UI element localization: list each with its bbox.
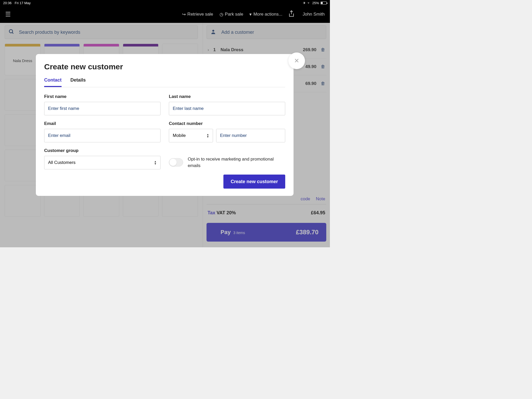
battery-icon (321, 2, 327, 4)
share-icon[interactable] (289, 10, 294, 18)
tab-details[interactable]: Details (70, 77, 86, 87)
stepper-icon: ▲▼ (207, 133, 209, 138)
first-name-input[interactable] (44, 102, 161, 115)
top-toolbar: ☰ ↪ Retrieve sale ◷ Park sale ▾ More act… (0, 6, 330, 23)
create-customer-button[interactable]: Create new customer (223, 175, 285, 189)
status-time: 20:36 (3, 1, 12, 5)
park-sale-label: Park sale (225, 12, 243, 17)
close-button[interactable]: ✕ (288, 52, 305, 69)
retrieve-sale-button[interactable]: ↪ Retrieve sale (182, 12, 213, 17)
status-date: Fri 17 May (15, 1, 31, 5)
last-name-label: Last name (169, 94, 285, 99)
contact-type-select[interactable]: Mobile ▲▼ (169, 129, 213, 142)
contact-type-value: Mobile (173, 133, 186, 138)
first-name-label: First name (44, 94, 161, 99)
more-actions-button[interactable]: ▾ More actions... (249, 12, 282, 17)
more-actions-label: More actions... (253, 12, 282, 17)
clock-icon: ◷ (220, 12, 223, 17)
wifi-icon: ᯤ (307, 1, 311, 5)
marketing-optin-toggle[interactable] (169, 158, 183, 167)
park-sale-button[interactable]: ◷ Park sale (220, 12, 243, 17)
user-name[interactable]: John Smith (303, 12, 325, 17)
caret-down-icon: ▾ (249, 12, 252, 17)
tab-contact[interactable]: Contact (44, 77, 62, 87)
create-customer-modal: ✕ Create new customer Contact Details Fi… (36, 54, 294, 196)
toggle-knob (169, 159, 177, 166)
email-label: Email (44, 121, 161, 126)
customer-group-select[interactable]: All Customers ▲▼ (44, 156, 161, 169)
menu-icon[interactable]: ☰ (5, 11, 11, 18)
stepper-icon: ▲▼ (154, 160, 157, 165)
modal-title: Create new customer (44, 62, 285, 71)
customer-group-value: All Customers (48, 160, 76, 165)
battery-percent: 25% (312, 1, 319, 5)
redo-icon: ↪ (182, 12, 186, 17)
customer-group-label: Customer group (44, 148, 161, 153)
email-input[interactable] (44, 129, 161, 142)
airplane-icon: ✈ (303, 1, 306, 5)
contact-number-input[interactable] (216, 129, 285, 142)
contact-number-label: Contact number (169, 121, 285, 126)
optin-label: Opt-in to receive marketing and promotio… (188, 156, 285, 169)
close-icon: ✕ (294, 57, 299, 64)
last-name-input[interactable] (169, 102, 285, 115)
retrieve-sale-label: Retrieve sale (187, 12, 213, 17)
status-bar: 20:36 Fri 17 May ✈ ᯤ 25% (0, 0, 330, 6)
